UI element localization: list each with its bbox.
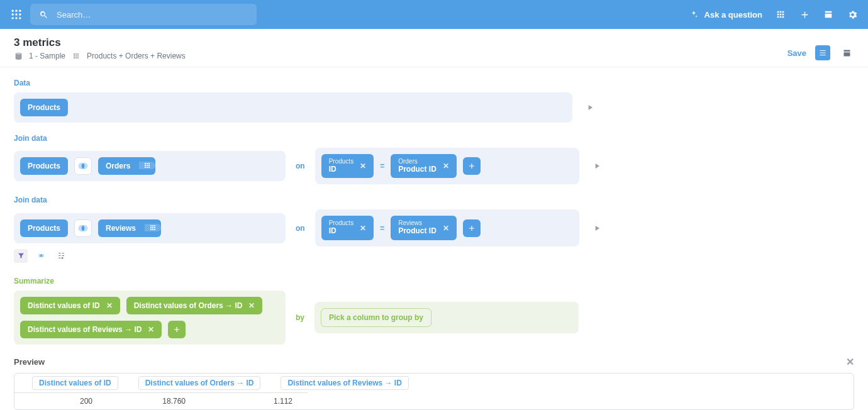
preview-col-3[interactable]: Distinct values of Reviews → ID [281, 376, 408, 390]
ask-question-button[interactable]: Ask a question [688, 9, 762, 20]
preview-val-2: 18.760 [108, 392, 201, 409]
join1-add-condition[interactable] [463, 157, 481, 175]
data-table-name: Products [28, 103, 60, 112]
apps-icon[interactable] [775, 9, 786, 20]
search-input[interactable] [55, 9, 249, 20]
join1-right-table[interactable]: Orders [98, 157, 155, 175]
join2-left-panel: Products Reviews [14, 213, 286, 243]
preview-close-icon[interactable]: ✕ [846, 356, 854, 368]
close-icon[interactable]: ✕ [443, 162, 449, 170]
ask-question-label: Ask a question [704, 10, 762, 19]
join2-left-table[interactable]: Products [20, 219, 68, 237]
join2-right-table[interactable]: Reviews [98, 219, 161, 237]
aggregation-2[interactable]: Distinct values of Orders → ID ✕ [126, 297, 263, 314]
section-label-summarize: Summarize [14, 277, 854, 285]
section-label-join2: Join data [14, 196, 854, 204]
preview-table: Distinct values of ID Distinct values of… [14, 373, 854, 410]
brand-logo[interactable] [10, 8, 23, 21]
collection-icon[interactable] [823, 9, 834, 20]
topbar: Ask a question [0, 0, 868, 29]
join1-on-panel: Products ID ✕ = Orders Product ID ✕ [315, 148, 579, 184]
join2-type-icon[interactable] [74, 219, 92, 237]
join1-left-table[interactable]: Products [20, 157, 68, 175]
sparkle-icon [688, 9, 699, 20]
svg-point-2 [19, 10, 21, 12]
add-icon[interactable] [799, 9, 810, 20]
search-icon [38, 9, 49, 20]
close-icon[interactable]: ✕ [360, 224, 366, 233]
svg-point-8 [19, 17, 21, 19]
aggregation-3[interactable]: Distinct values of Reviews → ID ✕ [20, 321, 162, 338]
eq-label: = [380, 162, 384, 170]
svg-point-4 [15, 13, 17, 15]
svg-point-5 [19, 13, 21, 15]
grid-icon [72, 52, 81, 60]
close-icon[interactable]: ✕ [106, 301, 113, 310]
add-aggregation[interactable] [168, 321, 186, 338]
editor-view-toggle[interactable] [815, 45, 830, 60]
close-icon[interactable]: ✕ [248, 301, 255, 310]
page-header: 3 metrics 1 - Sample Products + Orders +… [0, 29, 868, 67]
preview-join2-button[interactable] [589, 221, 604, 236]
data-panel: Products [14, 92, 572, 123]
join1-on-label: on [296, 162, 305, 170]
join2-right-field[interactable]: Reviews Product ID ✕ [391, 216, 457, 240]
save-button[interactable]: Save [787, 48, 806, 58]
data-table-pill[interactable]: Products [20, 99, 68, 116]
preview-col-2[interactable]: Distinct values of Orders → ID [138, 376, 261, 390]
preview-col-1[interactable]: Distinct values of ID [32, 376, 118, 390]
close-icon[interactable]: ✕ [360, 162, 366, 170]
join2-left-field[interactable]: Products ID ✕ [321, 216, 374, 240]
svg-point-1 [15, 10, 17, 12]
join1-left-panel: Products Orders [14, 151, 286, 181]
eq-label: = [380, 224, 384, 233]
notebook: Data Products Join data Products Orders [0, 67, 868, 410]
svg-point-6 [12, 17, 14, 19]
preview-join1-button[interactable] [589, 158, 604, 174]
header-actions: Save [787, 45, 854, 60]
custom-step-icon[interactable] [54, 249, 68, 263]
section-label-join1: Join data [14, 134, 854, 143]
join1-type-icon[interactable] [74, 157, 92, 175]
join2-columns-icon[interactable] [145, 224, 161, 231]
close-icon[interactable]: ✕ [443, 224, 449, 233]
preview-data-button[interactable] [582, 100, 598, 115]
gear-icon[interactable] [847, 9, 858, 20]
preview-val-1: 200 [14, 392, 108, 409]
join2-on-panel: Products ID ✕ = Reviews Product ID ✕ [315, 209, 579, 246]
aggregation-1[interactable]: Distinct values of ID ✕ [20, 297, 120, 314]
preview-label: Preview [14, 357, 45, 367]
svg-point-0 [12, 10, 14, 12]
topbar-right: Ask a question [688, 9, 858, 20]
database-icon [14, 52, 23, 60]
breadcrumb-db[interactable]: 1 - Sample [29, 52, 65, 60]
join-step-icon[interactable] [34, 249, 48, 263]
close-icon[interactable]: ✕ [148, 325, 154, 334]
search-box[interactable] [30, 4, 257, 25]
breadcrumb-tables[interactable]: Products + Orders + Reviews [87, 52, 186, 60]
filter-step-icon[interactable] [14, 249, 28, 263]
group-by-picker[interactable]: Pick a column to group by [321, 308, 431, 327]
page-title: 3 metrics [14, 36, 186, 49]
summarize-panel: Distinct values of ID ✕ Distinct values … [14, 291, 286, 345]
group-by-panel: Pick a column to group by [314, 302, 579, 333]
sql-view-toggle[interactable] [839, 45, 854, 60]
section-label-data: Data [14, 79, 854, 87]
svg-point-3 [12, 13, 14, 15]
join1-columns-icon[interactable] [139, 162, 155, 169]
join1-right-field[interactable]: Orders Product ID ✕ [391, 154, 457, 178]
join2-on-label: on [296, 224, 305, 233]
step-actions [14, 249, 854, 263]
join1-left-field[interactable]: Products ID ✕ [321, 154, 374, 178]
preview-val-3: 1.112 [201, 392, 308, 409]
by-label: by [296, 313, 304, 322]
breadcrumbs: 1 - Sample Products + Orders + Reviews [14, 52, 186, 60]
preview-header: Preview ✕ [14, 356, 854, 368]
join2-add-condition[interactable] [463, 219, 481, 237]
svg-point-7 [15, 17, 17, 19]
